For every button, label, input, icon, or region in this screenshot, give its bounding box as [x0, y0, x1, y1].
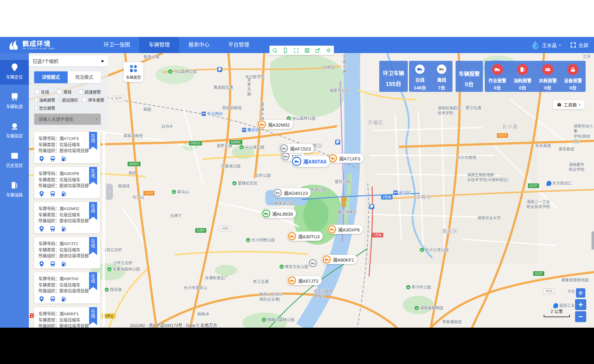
checkbox-icon[interactable]	[57, 89, 62, 94]
share-icon[interactable]	[315, 47, 321, 53]
checkbox-icon[interactable]	[35, 97, 38, 102]
sidebar-item-1[interactable]: 车辆定位	[0, 60, 29, 85]
vehicle-marker-湘AL8839[interactable]: 湘AL8839	[262, 209, 296, 218]
filter-离线[interactable]: 离线	[57, 89, 79, 95]
search-icon[interactable]	[95, 116, 98, 122]
map-label: 西湖公园	[310, 187, 326, 192]
vehicle-card[interactable]: 车牌号码：湘A71XF3车辆类型：垃圾压缩车所属组织：厨余垃圾项目部在 线	[34, 132, 100, 163]
fuel-icon[interactable]	[61, 296, 67, 302]
vehicle-marker-湘A57JT2[interactable]: 湘A57JT2	[287, 276, 322, 285]
vehicle-type-button[interactable]: 车辆类型	[124, 62, 143, 82]
truck-marker-icon	[281, 152, 290, 160]
vehicle-marker[interactable]	[308, 258, 319, 268]
org-expand-arrow-icon[interactable]: ▶	[102, 59, 104, 63]
map-canvas[interactable]: 智造小镇乌山森林公园长沙医学院月亮岛黄金园互通银星湾公园金星北路芙蓉北路观音岩枢…	[29, 53, 594, 328]
truck-marker-icon	[280, 144, 288, 152]
sidebar-item-3[interactable]: 车辆监控	[0, 119, 29, 144]
map-label-text: 龙洞立交桥	[102, 248, 122, 253]
nav-item-2[interactable]: 车辆管理	[139, 37, 179, 53]
map-label-text: 湖南三一工业 职业技术学院	[527, 200, 550, 210]
fuel-icon[interactable]	[61, 261, 67, 267]
tab-detail[interactable]: 详情模式	[34, 71, 68, 83]
checkbox-icon[interactable]	[35, 89, 39, 94]
track-icon[interactable]	[50, 191, 56, 197]
checkbox-icon[interactable]	[59, 97, 61, 102]
user-name[interactable]: 王水晶	[542, 41, 557, 49]
checkbox-icon[interactable]	[35, 106, 38, 110]
map-scale-bar	[544, 315, 570, 317]
vehicle-card[interactable]: 车牌号码：湘A90TA0车辆类型：垃圾压缩车所属组织：厨余垃圾项目部在 线	[34, 272, 100, 303]
pin-icon[interactable]	[38, 156, 45, 162]
save-icon[interactable]	[304, 47, 310, 53]
briefcase-icon	[557, 102, 562, 107]
fuel-icon[interactable]	[61, 191, 67, 197]
map-label: 黄金园互通	[214, 85, 233, 90]
pin-icon[interactable]	[38, 226, 45, 232]
sidebar-item-5[interactable]: 车辆油耗	[0, 178, 29, 203]
nav-item-3[interactable]: 报表中心	[179, 37, 219, 53]
vehicle-field: 所属组织：厨余垃圾项目部	[38, 183, 100, 189]
user-menu-chevron-icon[interactable]: ∨	[559, 43, 561, 47]
mobile-icon[interactable]	[282, 47, 288, 53]
vehicle-card[interactable]: 车牌号码：湘A30XP6车辆类型：垃圾压缩车所属组织：厨余垃圾项目部在 线	[34, 167, 100, 198]
map-label: 莲花镇	[104, 287, 122, 292]
vehicle-list-scrollbar[interactable]	[103, 132, 105, 326]
filter-油耗报警[interactable]: 油耗报警	[35, 97, 59, 103]
zoom-out-button[interactable]: −	[575, 311, 586, 322]
vehicle-marker-湘AF1523[interactable]: 湘AF1523	[279, 144, 314, 153]
vehicle-marker-湘A30TU3[interactable]: 湘A30TU3	[287, 231, 323, 241]
locate-button[interactable]	[576, 288, 585, 298]
map-label: 简家坳枢纽	[124, 133, 143, 138]
search-input[interactable]	[38, 116, 95, 122]
nav-item-4[interactable]: 平台管理	[219, 37, 259, 53]
user-avatar-droplet-icon[interactable]	[531, 40, 539, 50]
track-icon[interactable]	[50, 261, 56, 267]
page-scrollbar-thumb[interactable]	[592, 231, 594, 250]
search-box[interactable]	[34, 114, 101, 125]
vehicle-marker-湘A30XP6[interactable]: 湘A30XP6	[327, 225, 363, 234]
filter-在线[interactable]: 在线	[35, 89, 57, 95]
track-icon[interactable]	[50, 156, 56, 162]
vehicle-marker-湘A90TA0[interactable]: 湘A90TA0	[291, 156, 330, 167]
map-label-text: 开福区	[368, 119, 384, 126]
stat-offline: 离线 7台	[431, 61, 452, 92]
org-selector[interactable]: 已选7个组织 ▶	[29, 56, 108, 66]
pin-icon[interactable]	[38, 296, 45, 302]
pin-icon[interactable]	[38, 191, 45, 197]
filter-超出围栏[interactable]: 超出围栏	[59, 97, 82, 103]
vehicle-card[interactable]: 车牌号码：湘A57JT2车辆类型：垃圾压缩车所属组织：厨余垃圾项目部在 线	[34, 237, 100, 268]
panel-collapse-handle[interactable]: ‹	[106, 184, 113, 200]
map-label: 长沙县	[502, 124, 518, 130]
checkbox-icon[interactable]	[82, 97, 87, 102]
map-label-text: 联东U谷(长沙 国际企业港)	[259, 292, 283, 302]
brand-logo[interactable]: 鹤成环境 HE CHENG HUAN JING	[7, 39, 85, 51]
filter-停车报警[interactable]: 停车报警	[82, 97, 108, 103]
track-icon[interactable]	[50, 296, 56, 302]
map-label-text: 乌山森林公园	[173, 69, 197, 74]
vehicle-marker-湘A32M02[interactable]: 湘A32M02	[257, 120, 293, 129]
nav-item-1[interactable]: 环卫一张图	[94, 37, 139, 53]
fullscreen-button[interactable]: 全屏	[570, 41, 588, 49]
filter-定位报警[interactable]: 定位报警	[35, 105, 59, 111]
map-label: 南线	[128, 171, 136, 176]
settings-icon[interactable]	[326, 47, 331, 53]
vehicle-card[interactable]: 车牌号码：湘A32M02车辆类型：垃圾压缩车所属组织：厨余垃圾项目部在 线	[34, 202, 100, 233]
track-icon[interactable]	[50, 226, 56, 232]
vehicle-marker-湘A71XF3[interactable]: 湘A71XF3	[328, 154, 363, 163]
vehicle-card[interactable]: 车牌号码：湘A80KF1车辆类型：垃圾压缩车所属组织：厨余垃圾项目部在 线	[34, 307, 100, 328]
tab-simple[interactable]: 简洁模式	[68, 71, 101, 83]
zoom-search-icon[interactable]	[272, 47, 278, 53]
pin-icon[interactable]	[38, 261, 45, 267]
zoom-in-button[interactable]: +	[575, 299, 586, 310]
road-badge: G107	[533, 271, 545, 276]
fuel-icon[interactable]	[61, 226, 67, 232]
vehicle-marker-湘AD40123[interactable]: 湘AD40123	[273, 188, 311, 197]
filter-超速报警[interactable]: 超速报警	[79, 89, 105, 95]
expand-icon[interactable]	[293, 47, 299, 53]
sidebar-item-2[interactable]: 车辆轨迹	[0, 89, 29, 114]
fuel-icon[interactable]	[61, 156, 67, 162]
vehicle-marker-湘A80KF1[interactable]: 湘A80KF1	[322, 255, 357, 264]
checkbox-icon[interactable]	[79, 89, 83, 94]
sidebar-item-4[interactable]: 历史监控	[0, 148, 29, 173]
toolbox-button[interactable]: 工具箱 ∨	[553, 100, 585, 109]
